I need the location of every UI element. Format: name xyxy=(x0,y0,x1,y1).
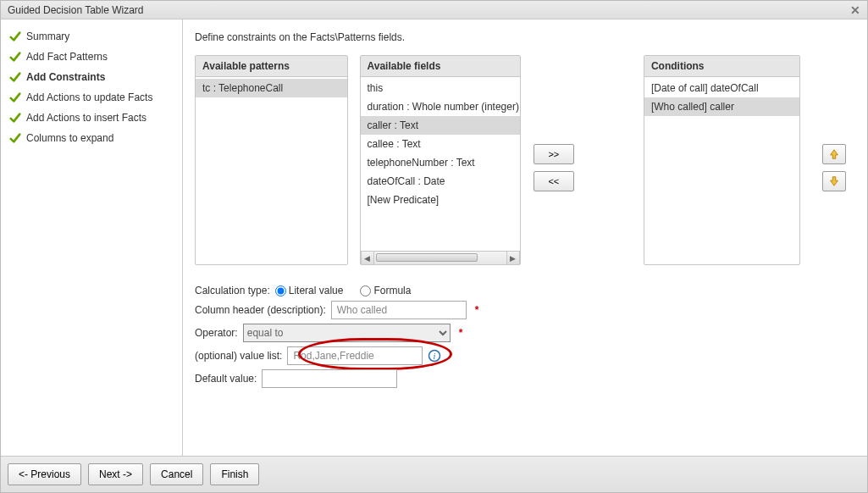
list-item[interactable]: caller : Text xyxy=(361,116,520,135)
panel-header: Available fields xyxy=(361,56,520,77)
check-icon xyxy=(9,132,21,144)
step-add-fact-patterns[interactable]: Add Fact Patterns xyxy=(6,47,177,67)
list-item[interactable]: tc : TelephoneCall xyxy=(196,79,347,97)
list-item[interactable]: this xyxy=(361,79,520,97)
move-up-button[interactable] xyxy=(822,144,846,164)
conditions-panel: Conditions [Date of call] dateOfCall [Wh… xyxy=(644,55,800,265)
check-icon xyxy=(9,71,21,83)
radio-literal[interactable] xyxy=(275,285,286,296)
check-icon xyxy=(9,30,21,42)
condition-form: Calculation type: Literal value Formula … xyxy=(195,280,855,392)
panel-header: Conditions xyxy=(644,56,799,77)
value-list-input[interactable] xyxy=(287,346,423,365)
list-item[interactable]: callee : Text xyxy=(361,135,520,153)
dialog-body: Summary Add Fact Patterns Add Constraint… xyxy=(1,19,867,456)
fields-list[interactable]: this duration : Whole number (integer) c… xyxy=(361,77,520,251)
transfer-buttons: >> << xyxy=(533,70,576,265)
patterns-list[interactable]: tc : TelephoneCall xyxy=(196,77,347,264)
check-icon xyxy=(9,112,21,124)
operator-select[interactable]: equal to xyxy=(243,324,451,342)
value-list-label: (optional) value list: xyxy=(195,350,282,362)
step-label: Summary xyxy=(26,30,69,42)
check-icon xyxy=(9,51,21,63)
list-item[interactable]: duration : Whole number (integer) xyxy=(361,97,520,116)
step-label: Add Fact Patterns xyxy=(26,51,108,63)
step-insert-actions[interactable]: Add Actions to insert Facts xyxy=(6,108,177,128)
radio-formula[interactable] xyxy=(360,285,371,296)
finish-button[interactable]: Finish xyxy=(210,463,259,485)
row-calc-type: Calculation type: Literal value Formula xyxy=(195,285,855,296)
scroll-left-icon[interactable]: ◀ xyxy=(361,252,374,264)
add-button[interactable]: >> xyxy=(534,144,574,164)
wizard-dialog: Guided Decision Table Wizard ✕ Summary A… xyxy=(0,0,868,493)
calc-type-label: Calculation type: xyxy=(195,285,270,296)
dialog-title: Guided Decision Table Wizard xyxy=(8,4,144,16)
row-column-header: Column header (description): * xyxy=(195,301,855,319)
arrow-down-icon xyxy=(828,175,840,187)
close-icon[interactable]: ✕ xyxy=(850,3,860,17)
radio-formula-label: Formula xyxy=(373,285,411,296)
horizontal-scrollbar[interactable]: ◀ ▶ xyxy=(361,251,520,264)
column-header-input[interactable] xyxy=(331,301,467,319)
wizard-steps-sidebar: Summary Add Fact Patterns Add Constraint… xyxy=(1,19,183,456)
conditions-list[interactable]: [Date of call] dateOfCall [Who called] c… xyxy=(644,77,799,264)
arrow-up-icon xyxy=(828,148,840,160)
step-label: Add Actions to insert Facts xyxy=(26,112,147,124)
scroll-right-icon[interactable]: ▶ xyxy=(506,252,520,264)
step-add-constraints[interactable]: Add Constraints xyxy=(6,67,177,87)
panel-header: Available patterns xyxy=(196,56,347,77)
step-label: Add Actions to update Facts xyxy=(26,91,152,103)
cancel-button[interactable]: Cancel xyxy=(150,463,203,485)
required-marker: * xyxy=(459,327,463,339)
operator-label: Operator: xyxy=(195,327,238,339)
wizard-footer: <- Previous Next -> Cancel Finish xyxy=(1,456,867,492)
selection-columns: Available patterns tc : TelephoneCall Av… xyxy=(195,55,855,265)
svg-text:i: i xyxy=(434,352,436,361)
row-operator: Operator: equal to * xyxy=(195,324,855,342)
column-header-label: Column header (description): xyxy=(195,304,326,316)
available-fields-panel: Available fields this duration : Whole n… xyxy=(360,55,521,265)
list-item[interactable]: telephoneNumber : Text xyxy=(361,153,520,172)
default-value-input[interactable] xyxy=(262,369,397,388)
page-instruction: Define constraints on the Facts\Patterns… xyxy=(195,31,855,43)
default-value-label: Default value: xyxy=(195,373,257,385)
reorder-buttons xyxy=(812,70,855,265)
radio-literal-label: Literal value xyxy=(289,285,344,296)
step-summary[interactable]: Summary xyxy=(6,26,177,47)
required-marker: * xyxy=(475,304,479,316)
remove-button[interactable]: << xyxy=(534,171,574,191)
step-update-actions[interactable]: Add Actions to update Facts xyxy=(6,87,177,108)
scrollbar-thumb[interactable] xyxy=(376,253,478,262)
list-item[interactable]: [New Predicate] xyxy=(361,191,520,209)
info-icon[interactable]: i xyxy=(428,349,441,363)
list-item[interactable]: [Date of call] dateOfCall xyxy=(644,79,799,97)
check-icon xyxy=(9,91,21,103)
wizard-main: Define constraints on the Facts\Patterns… xyxy=(183,19,867,456)
available-patterns-panel: Available patterns tc : TelephoneCall xyxy=(195,55,348,265)
step-columns-expand[interactable]: Columns to expand xyxy=(6,128,177,148)
previous-button[interactable]: <- Previous xyxy=(8,463,81,485)
list-item[interactable]: dateOfCall : Date xyxy=(361,172,520,191)
titlebar: Guided Decision Table Wizard ✕ xyxy=(1,1,867,19)
row-default-value: Default value: xyxy=(195,369,855,388)
step-label: Columns to expand xyxy=(26,132,113,144)
next-button[interactable]: Next -> xyxy=(88,463,143,485)
list-item[interactable]: [Who called] caller xyxy=(644,97,799,116)
step-label: Add Constraints xyxy=(26,71,105,83)
move-down-button[interactable] xyxy=(822,171,846,191)
row-value-list: (optional) value list: i xyxy=(195,346,855,365)
